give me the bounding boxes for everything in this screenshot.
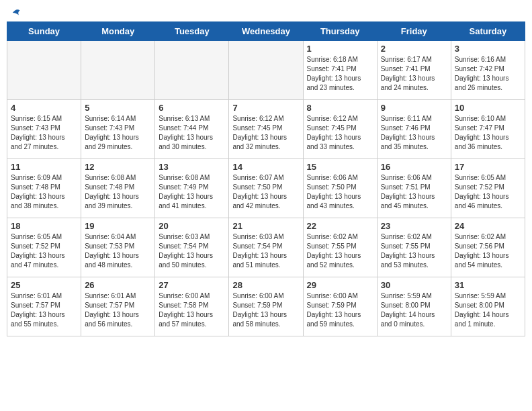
day-info: Sunrise: 6:12 AM Sunset: 7:45 PM Dayligh… [307,114,373,152]
day-info: Sunrise: 6:02 AM Sunset: 7:56 PM Dayligh… [455,232,521,270]
day-info: Sunrise: 6:02 AM Sunset: 7:55 PM Dayligh… [307,232,373,270]
day-info: Sunrise: 6:00 AM Sunset: 7:59 PM Dayligh… [232,291,299,329]
day-number: 28 [232,280,299,290]
calendar-cell: 26Sunrise: 6:01 AM Sunset: 7:57 PM Dayli… [81,277,155,336]
calendar-cell: 24Sunrise: 6:02 AM Sunset: 7:56 PM Dayli… [451,218,525,277]
day-info: Sunrise: 6:08 AM Sunset: 7:49 PM Dayligh… [159,173,225,211]
week-row-4: 18Sunrise: 6:05 AM Sunset: 7:52 PM Dayli… [7,218,525,277]
day-info: Sunrise: 6:06 AM Sunset: 7:50 PM Dayligh… [307,173,373,211]
day-number: 31 [455,280,521,290]
calendar-cell: 22Sunrise: 6:02 AM Sunset: 7:55 PM Dayli… [303,218,377,277]
calendar-cell: 4Sunrise: 6:15 AM Sunset: 7:43 PM Daylig… [7,100,81,159]
day-number: 15 [307,162,373,172]
day-info: Sunrise: 6:05 AM Sunset: 7:52 PM Dayligh… [11,232,77,270]
day-number: 23 [381,221,447,231]
calendar-cell: 2Sunrise: 6:17 AM Sunset: 7:41 PM Daylig… [377,41,451,100]
day-number: 30 [381,280,447,290]
day-header-friday: Friday [377,22,451,41]
day-info: Sunrise: 6:02 AM Sunset: 7:55 PM Dayligh… [381,232,447,270]
calendar-cell: 21Sunrise: 6:03 AM Sunset: 7:54 PM Dayli… [229,218,303,277]
day-info: Sunrise: 5:59 AM Sunset: 8:00 PM Dayligh… [455,291,521,329]
day-number: 5 [85,103,151,113]
day-info: Sunrise: 6:05 AM Sunset: 7:52 PM Dayligh… [455,173,521,211]
calendar-cell: 9Sunrise: 6:11 AM Sunset: 7:46 PM Daylig… [377,100,451,159]
calendar-cell: 17Sunrise: 6:05 AM Sunset: 7:52 PM Dayli… [451,159,525,218]
day-info: Sunrise: 6:08 AM Sunset: 7:48 PM Dayligh… [85,173,151,211]
calendar-cell: 1Sunrise: 6:18 AM Sunset: 7:41 PM Daylig… [303,41,377,100]
day-number: 4 [11,103,77,113]
day-number: 26 [85,280,151,290]
day-number: 1 [307,44,373,54]
week-row-5: 25Sunrise: 6:01 AM Sunset: 7:57 PM Dayli… [7,277,525,336]
calendar-cell: 15Sunrise: 6:06 AM Sunset: 7:50 PM Dayli… [303,159,377,218]
day-number: 22 [307,221,373,231]
calendar-cell: 13Sunrise: 6:08 AM Sunset: 7:49 PM Dayli… [155,159,229,218]
day-info: Sunrise: 6:03 AM Sunset: 7:54 PM Dayligh… [232,232,299,270]
calendar-table: SundayMondayTuesdayWednesdayThursdayFrid… [7,21,525,336]
day-number: 16 [381,162,447,172]
day-info: Sunrise: 6:01 AM Sunset: 7:57 PM Dayligh… [85,291,151,329]
calendar-cell: 31Sunrise: 5:59 AM Sunset: 8:00 PM Dayli… [451,277,525,336]
calendar-cell: 28Sunrise: 6:00 AM Sunset: 7:59 PM Dayli… [229,277,303,336]
calendar-cell: 23Sunrise: 6:02 AM Sunset: 7:55 PM Dayli… [377,218,451,277]
day-number: 9 [381,103,447,113]
logo-bird-icon [11,7,24,19]
day-number: 21 [232,221,299,231]
day-info: Sunrise: 6:07 AM Sunset: 7:50 PM Dayligh… [232,173,299,211]
day-number: 2 [381,44,447,54]
calendar-cell: 29Sunrise: 6:00 AM Sunset: 7:59 PM Dayli… [303,277,377,336]
day-info: Sunrise: 6:00 AM Sunset: 7:58 PM Dayligh… [159,291,225,329]
week-row-1: 1Sunrise: 6:18 AM Sunset: 7:41 PM Daylig… [7,41,525,100]
page-header [7,7,525,16]
calendar-cell: 19Sunrise: 6:04 AM Sunset: 7:53 PM Dayli… [81,218,155,277]
day-info: Sunrise: 5:59 AM Sunset: 8:00 PM Dayligh… [381,291,447,329]
week-row-3: 11Sunrise: 6:09 AM Sunset: 7:48 PM Dayli… [7,159,525,218]
day-number: 7 [232,103,299,113]
day-number: 3 [455,44,521,54]
day-header-sunday: Sunday [7,22,81,41]
day-info: Sunrise: 6:17 AM Sunset: 7:41 PM Dayligh… [381,55,447,93]
calendar-cell: 20Sunrise: 6:03 AM Sunset: 7:54 PM Dayli… [155,218,229,277]
calendar-cell: 5Sunrise: 6:14 AM Sunset: 7:43 PM Daylig… [81,100,155,159]
day-number: 8 [307,103,373,113]
calendar-cell: 27Sunrise: 6:00 AM Sunset: 7:58 PM Dayli… [155,277,229,336]
calendar-cell: 11Sunrise: 6:09 AM Sunset: 7:48 PM Dayli… [7,159,81,218]
day-number: 20 [159,221,225,231]
calendar-cell [155,41,229,100]
day-number: 13 [159,162,225,172]
day-number: 24 [455,221,521,231]
calendar-cell: 16Sunrise: 6:06 AM Sunset: 7:51 PM Dayli… [377,159,451,218]
day-number: 27 [159,280,225,290]
day-info: Sunrise: 6:11 AM Sunset: 7:46 PM Dayligh… [381,114,447,152]
day-number: 19 [85,221,151,231]
week-row-2: 4Sunrise: 6:15 AM Sunset: 7:43 PM Daylig… [7,100,525,159]
calendar-cell: 12Sunrise: 6:08 AM Sunset: 7:48 PM Dayli… [81,159,155,218]
calendar-cell: 3Sunrise: 6:16 AM Sunset: 7:42 PM Daylig… [451,41,525,100]
calendar-cell: 18Sunrise: 6:05 AM Sunset: 7:52 PM Dayli… [7,218,81,277]
calendar-header-row: SundayMondayTuesdayWednesdayThursdayFrid… [7,22,525,41]
day-number: 11 [11,162,77,172]
logo [10,7,24,16]
day-info: Sunrise: 6:00 AM Sunset: 7:59 PM Dayligh… [307,291,373,329]
day-number: 25 [11,280,77,290]
calendar-cell: 14Sunrise: 6:07 AM Sunset: 7:50 PM Dayli… [229,159,303,218]
calendar-cell: 7Sunrise: 6:12 AM Sunset: 7:45 PM Daylig… [229,100,303,159]
calendar-cell: 25Sunrise: 6:01 AM Sunset: 7:57 PM Dayli… [7,277,81,336]
day-info: Sunrise: 6:18 AM Sunset: 7:41 PM Dayligh… [307,55,373,93]
day-info: Sunrise: 6:13 AM Sunset: 7:44 PM Dayligh… [159,114,225,152]
day-info: Sunrise: 6:01 AM Sunset: 7:57 PM Dayligh… [11,291,77,329]
calendar-cell: 6Sunrise: 6:13 AM Sunset: 7:44 PM Daylig… [155,100,229,159]
day-header-saturday: Saturday [451,22,525,41]
day-info: Sunrise: 6:15 AM Sunset: 7:43 PM Dayligh… [11,114,77,152]
day-number: 29 [307,280,373,290]
day-number: 18 [11,221,77,231]
day-info: Sunrise: 6:16 AM Sunset: 7:42 PM Dayligh… [455,55,521,93]
day-number: 10 [455,103,521,113]
day-number: 6 [159,103,225,113]
day-info: Sunrise: 6:12 AM Sunset: 7:45 PM Dayligh… [232,114,299,152]
day-info: Sunrise: 6:04 AM Sunset: 7:53 PM Dayligh… [85,232,151,270]
calendar-cell: 30Sunrise: 5:59 AM Sunset: 8:00 PM Dayli… [377,277,451,336]
day-number: 14 [232,162,299,172]
day-info: Sunrise: 6:06 AM Sunset: 7:51 PM Dayligh… [381,173,447,211]
day-info: Sunrise: 6:03 AM Sunset: 7:54 PM Dayligh… [159,232,225,270]
